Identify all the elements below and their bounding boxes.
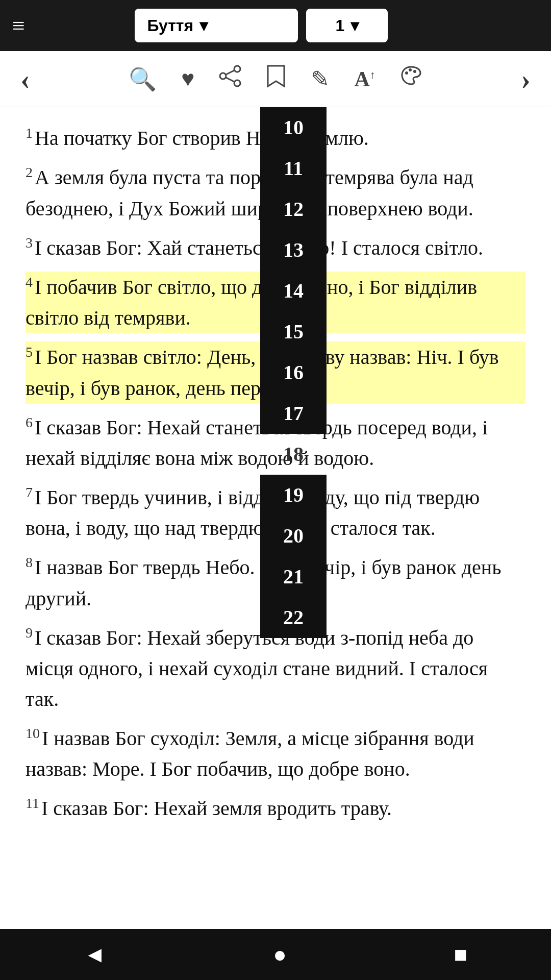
top-bar: ≡ Буття ▾ 1 ▾ xyxy=(0,0,551,51)
verse-num-5: 5 xyxy=(26,344,33,360)
verse-text-2: А земля була пуста та порожня, і темрява… xyxy=(26,166,473,220)
font-size-option-14[interactable]: 14 xyxy=(260,271,327,311)
verse-11: 11І сказав Бог: Нехай земля вродить трав… xyxy=(26,793,525,824)
font-size-option-10[interactable]: 10 xyxy=(260,107,327,148)
font-size-option-11[interactable]: 11 xyxy=(260,148,327,189)
verse-num-8: 8 xyxy=(26,554,33,570)
verse-num-2: 2 xyxy=(26,164,33,180)
verse-num-3: 3 xyxy=(26,235,33,251)
verse-text-4: І побачив Бог світло, що добре воно, і Б… xyxy=(26,276,477,329)
font-size-dropdown[interactable]: 10111213141516171819202122 xyxy=(260,107,327,638)
heart-icon[interactable]: ♥ xyxy=(181,66,194,92)
bottom-nav: ◄ ● ■ xyxy=(0,929,551,980)
home-button[interactable]: ● xyxy=(273,942,287,968)
font-size-option-12[interactable]: 12 xyxy=(260,189,327,230)
hamburger-icon[interactable]: ≡ xyxy=(12,13,25,39)
chapter-chevron-icon: ▾ xyxy=(350,16,359,35)
verse-text-3: І сказав Бог: Хай станеться світло! І ст… xyxy=(35,236,483,259)
font-size-option-19[interactable]: 19 xyxy=(260,475,327,516)
edit-icon[interactable]: ✎ xyxy=(311,66,330,92)
verse-text-7: І Бог твердь учинив, і відділив воду, що… xyxy=(26,486,480,540)
bookmark-icon[interactable] xyxy=(266,64,286,94)
chapter-label: 1 xyxy=(336,16,345,35)
font-size-option-22[interactable]: 22 xyxy=(260,597,327,638)
verse-num-10: 10 xyxy=(26,725,40,741)
verse-text-9: І сказав Бог: Нехай зберуться води з-поп… xyxy=(26,626,488,710)
verse-text-11: І сказав Бог: Нехай земля вродить траву. xyxy=(41,797,392,820)
verse-num-6: 6 xyxy=(26,414,33,430)
svg-point-7 xyxy=(413,70,416,73)
font-size-option-13[interactable]: 13 xyxy=(260,230,327,271)
font-size-option-21[interactable]: 21 xyxy=(260,556,327,597)
verse-text-6: І сказав Бог: Нехай станеться твердь пос… xyxy=(26,416,488,470)
share-icon[interactable] xyxy=(219,65,241,93)
font-size-option-17[interactable]: 17 xyxy=(260,393,327,434)
svg-point-1 xyxy=(234,80,240,86)
content-area: 1На початку Бог створив Небо і Землю.2А … xyxy=(0,107,551,848)
chapter-dropdown[interactable]: 1 ▾ xyxy=(306,9,388,42)
book-chevron-icon: ▾ xyxy=(199,16,208,35)
palette-icon[interactable] xyxy=(400,65,422,93)
verse-text-10: І назвав Бог суходіл: Земля, а місце зіб… xyxy=(26,727,474,780)
verse-num-1: 1 xyxy=(26,125,33,141)
svg-point-0 xyxy=(234,66,240,72)
svg-point-5 xyxy=(405,71,408,75)
svg-point-2 xyxy=(220,73,226,79)
svg-line-4 xyxy=(226,78,234,82)
square-button[interactable]: ■ xyxy=(454,942,468,968)
search-icon[interactable]: 🔍 xyxy=(129,66,157,92)
next-arrow[interactable]: › xyxy=(521,63,531,95)
svg-line-3 xyxy=(226,70,234,75)
verse-num-4: 4 xyxy=(26,274,33,290)
font-size-option-15[interactable]: 15 xyxy=(260,311,327,352)
verse-num-9: 9 xyxy=(26,625,33,641)
back-button[interactable]: ◄ xyxy=(84,942,106,968)
svg-point-6 xyxy=(409,68,412,71)
font-size-icon[interactable]: A↑ xyxy=(354,67,375,91)
verse-10: 10І назвав Бог суходіл: Земля, а місце з… xyxy=(26,723,525,785)
book-label: Буття xyxy=(147,16,193,35)
font-size-option-16[interactable]: 16 xyxy=(260,352,327,393)
prev-arrow[interactable]: ‹ xyxy=(20,63,30,95)
verse-num-11: 11 xyxy=(26,795,39,811)
font-size-option-18[interactable]: 18 xyxy=(260,434,327,475)
book-dropdown[interactable]: Буття ▾ xyxy=(135,9,298,42)
verse-num-7: 7 xyxy=(26,484,33,500)
font-size-option-20[interactable]: 20 xyxy=(260,516,327,556)
toolbar: ‹ 🔍 ♥ ✎ A↑ › xyxy=(0,51,551,107)
